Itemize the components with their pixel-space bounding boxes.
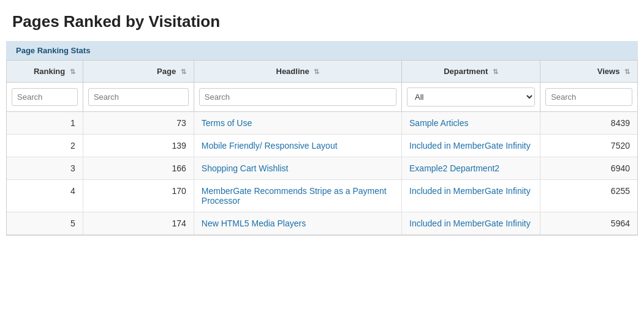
cell-ranking: 5 (7, 212, 83, 235)
search-input-views[interactable] (545, 88, 632, 106)
rankings-table: Ranking ⇅ Page ⇅ Headline ⇅ Department ⇅… (7, 61, 637, 235)
search-input-ranking[interactable] (12, 88, 78, 106)
sort-icon-ranking: ⇅ (70, 68, 75, 76)
headline-link[interactable]: Shopping Cart Wishlist (202, 163, 289, 173)
cell-headline: New HTML5 Media Players (194, 212, 401, 235)
table-body: 173Terms of UseSample Articles84392139Mo… (7, 112, 637, 235)
cell-ranking: 1 (7, 112, 83, 135)
table-row: 2139Mobile Friendly/ Responsive LayoutIn… (7, 135, 637, 157)
cell-department: Included in MemberGate Infinity (402, 135, 540, 157)
search-cell-ranking (7, 83, 83, 112)
headline-link[interactable]: New HTML5 Media Players (202, 218, 306, 228)
col-header-views[interactable]: Views ⇅ (540, 61, 637, 83)
search-input-page[interactable] (88, 88, 189, 106)
department-link[interactable]: Sample Articles (409, 118, 468, 128)
headline-link[interactable]: Mobile Friendly/ Responsive Layout (202, 141, 338, 151)
table-search-row: AllSample ArticlesIncluded in MemberGate… (7, 83, 637, 112)
data-table-wrapper: Ranking ⇅ Page ⇅ Headline ⇅ Department ⇅… (6, 60, 638, 236)
section-header: Page Ranking Stats (6, 41, 638, 60)
department-link[interactable]: Included in MemberGate Infinity (409, 218, 531, 228)
cell-department: Included in MemberGate Infinity (402, 212, 540, 235)
sort-icon-headline: ⇅ (314, 68, 319, 76)
cell-page: 170 (83, 180, 194, 212)
table-header-row: Ranking ⇅ Page ⇅ Headline ⇅ Department ⇅… (7, 61, 637, 83)
table-row: 5174New HTML5 Media PlayersIncluded in M… (7, 212, 637, 235)
cell-department: Included in MemberGate Infinity (402, 180, 540, 212)
col-header-headline[interactable]: Headline ⇅ (194, 61, 401, 83)
department-link[interactable]: Example2 Department2 (409, 163, 499, 173)
cell-department: Example2 Department2 (402, 157, 540, 180)
headline-link[interactable]: MemberGate Recommends Stripe as a Paymen… (202, 186, 387, 206)
search-cell-views (540, 83, 637, 112)
table-row: 173Terms of UseSample Articles8439 (7, 112, 637, 135)
department-link[interactable]: Included in MemberGate Infinity (409, 186, 531, 196)
cell-page: 174 (83, 212, 194, 235)
page-title: Pages Ranked by Visitation (0, 0, 644, 41)
department-select[interactable]: AllSample ArticlesIncluded in MemberGate… (407, 88, 535, 106)
cell-page: 73 (83, 112, 194, 135)
cell-views: 5964 (540, 212, 637, 235)
search-input-headline[interactable] (199, 88, 396, 106)
cell-headline: Terms of Use (194, 112, 401, 135)
search-cell-page (83, 83, 194, 112)
sort-icon-department: ⇅ (493, 68, 498, 76)
col-header-page[interactable]: Page ⇅ (83, 61, 194, 83)
table-row: 3166Shopping Cart WishlistExample2 Depar… (7, 157, 637, 180)
sort-icon-views: ⇅ (624, 68, 630, 76)
cell-views: 6940 (540, 157, 637, 180)
search-cell-department: AllSample ArticlesIncluded in MemberGate… (402, 83, 540, 112)
cell-ranking: 4 (7, 180, 83, 212)
cell-views: 6255 (540, 180, 637, 212)
cell-page: 139 (83, 135, 194, 157)
search-cell-headline (194, 83, 401, 112)
table-row: 4170MemberGate Recommends Stripe as a Pa… (7, 180, 637, 212)
sort-icon-page: ⇅ (181, 68, 186, 76)
department-link[interactable]: Included in MemberGate Infinity (409, 141, 531, 151)
col-header-ranking[interactable]: Ranking ⇅ (7, 61, 83, 83)
cell-views: 7520 (540, 135, 637, 157)
cell-headline: Shopping Cart Wishlist (194, 157, 401, 180)
cell-department: Sample Articles (402, 112, 540, 135)
col-header-department[interactable]: Department ⇅ (402, 61, 540, 83)
cell-page: 166 (83, 157, 194, 180)
cell-views: 8439 (540, 112, 637, 135)
cell-ranking: 3 (7, 157, 83, 180)
headline-link[interactable]: Terms of Use (202, 118, 252, 128)
cell-headline: Mobile Friendly/ Responsive Layout (194, 135, 401, 157)
cell-ranking: 2 (7, 135, 83, 157)
cell-headline: MemberGate Recommends Stripe as a Paymen… (194, 180, 401, 212)
